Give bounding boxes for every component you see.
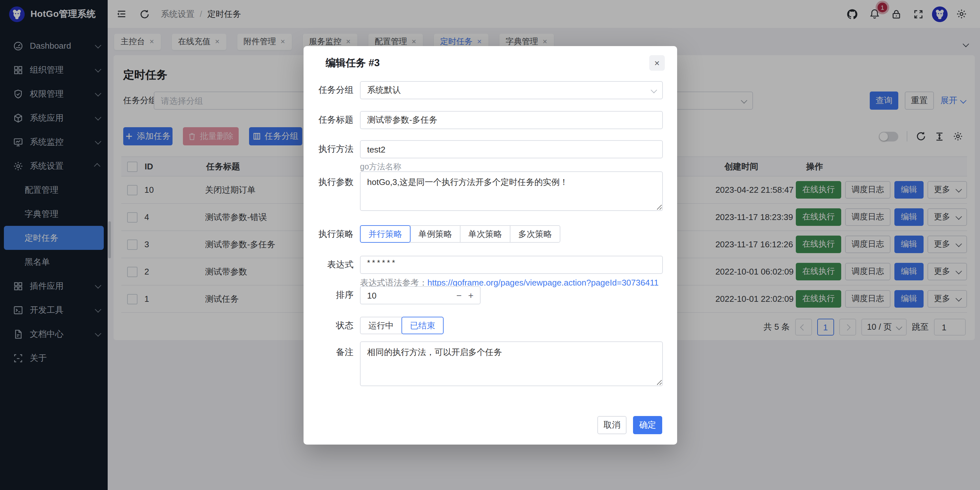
app-root: HotGo管理系统 Dashboard 组织管理 [0, 0, 980, 490]
field-label-status: 状态 [304, 317, 353, 334]
sort-input[interactable] [367, 290, 432, 300]
exec-method-input-wrap [360, 140, 663, 158]
field-label-title: 任务标题 [304, 111, 353, 129]
chevron-down-icon [651, 87, 657, 93]
task-group-select[interactable]: 系统默认 [360, 81, 663, 99]
task-group-value: 系统默认 [367, 85, 401, 96]
field-label-policy: 执行策略 [304, 225, 353, 243]
exec-params-textarea[interactable]: hotGo,3,这是同一个执行方法开多个定时任务的实例！ [360, 171, 663, 211]
task-title-input-wrap [360, 111, 663, 129]
exec-method-help: go方法名称 [360, 161, 401, 172]
increment-button[interactable]: + [468, 290, 474, 300]
sort-number-input: − + [360, 286, 480, 304]
field-label-note: 备注 [304, 343, 353, 361]
field-label-group: 任务分组 [304, 81, 353, 99]
policy-multi-button[interactable]: 多次策略 [510, 225, 560, 243]
status-ended-button[interactable]: 已结束 [401, 317, 444, 334]
confirm-button[interactable]: 确定 [633, 416, 662, 434]
policy-singleton-button[interactable]: 单例策略 [410, 225, 460, 243]
policy-once-button[interactable]: 单次策略 [460, 225, 511, 243]
field-label-method: 执行方法 [304, 140, 353, 158]
task-title-input[interactable] [367, 115, 656, 125]
modal-close-button[interactable]: × [649, 55, 665, 71]
expression-input-wrap [360, 256, 663, 274]
note-textarea[interactable]: 相同的执行方法，可以开启多个任务 [360, 342, 663, 386]
field-label-params: 执行参数 [304, 173, 353, 191]
cancel-button[interactable]: 取消 [597, 416, 627, 434]
exec-policy-group: 并行策略 单例策略 单次策略 多次策略 [360, 225, 560, 243]
close-icon: × [654, 58, 660, 68]
edit-task-modal: 编辑任务 #3 × 任务分组 系统默认 任务标题 执行方法 go方法名称 执行参… [304, 46, 677, 445]
status-group: 运行中 已结束 [360, 317, 444, 334]
decrement-button[interactable]: − [456, 290, 461, 300]
field-label-sort: 排序 [304, 286, 353, 304]
policy-parallel-button[interactable]: 并行策略 [360, 225, 410, 243]
status-running-button[interactable]: 运行中 [360, 317, 402, 334]
exec-method-input[interactable] [367, 144, 656, 154]
modal-title: 编辑任务 #3 [326, 56, 380, 70]
field-label-expr: 表达式 [304, 256, 353, 273]
expression-input[interactable] [367, 258, 656, 267]
modal-footer: 取消 确定 [597, 416, 662, 434]
